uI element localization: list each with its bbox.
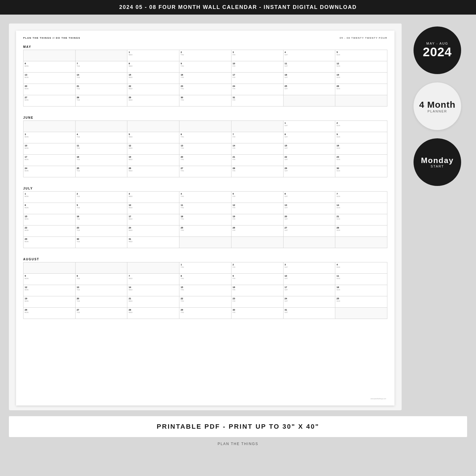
paper-header-left: Plan The Things // Do The Things [23, 37, 80, 39]
cal-cell: 9TUE [76, 203, 128, 214]
cal-cell: 20TUE [76, 296, 128, 308]
cell-day: SAT [285, 170, 334, 172]
cal-cell: 7WED [127, 274, 179, 285]
cal-cell: 10SAT [284, 274, 336, 285]
cal-cell: 6TUE [76, 274, 128, 285]
cal-cell: 2SUN [335, 121, 387, 132]
cal-cell: 30SUN [335, 166, 387, 177]
cell-number: 23 [336, 156, 386, 158]
cell-day: THU [181, 207, 230, 209]
cal-cell-empty [231, 237, 284, 248]
cell-day: MON [25, 278, 74, 279]
cell-day: SAT [285, 76, 334, 78]
cell-number: 7 [336, 192, 386, 195]
cal-cell: 12FRI [231, 203, 284, 214]
cell-day: THU [181, 266, 230, 268]
cal-grid-august: 1THU2FRI3SAT4SUN5MON6TUE7WED8THU9FRI10SA… [23, 262, 387, 319]
cell-number: 5 [336, 51, 386, 54]
cell-day: FRI [233, 159, 282, 160]
cell-day: THU [181, 136, 230, 138]
cell-day: THU [181, 300, 230, 302]
cell-number: 26 [336, 85, 386, 87]
cell-day: SAT [285, 147, 334, 149]
cell-number: 3 [25, 133, 74, 136]
cell-day: SAT [285, 195, 334, 197]
cell-number: 24 [129, 226, 178, 229]
cal-cell: 29MON [24, 237, 76, 248]
cell-number: 8 [129, 62, 178, 65]
cal-cell: 19FRI [231, 214, 284, 226]
cell-number: 13 [25, 73, 74, 76]
cell-number: 20 [181, 156, 230, 158]
cal-cell-empty [335, 95, 387, 107]
cal-cell: 22WED [127, 84, 179, 95]
cell-day: WED [129, 88, 178, 90]
start-day-badge: Monday Start [414, 138, 461, 186]
cell-number: 1 [129, 51, 178, 54]
cell-number: 2 [336, 122, 386, 124]
start-day-label: Monday [421, 156, 454, 165]
cell-number: 12 [233, 204, 282, 206]
paper-header-right: 05 - 08 Twenty Twenty Four [340, 37, 387, 39]
cell-day: FRI [233, 311, 282, 313]
cell-number: 30 [233, 309, 282, 311]
cal-cell: 19MON [24, 296, 76, 308]
cell-day: SUN [336, 278, 386, 279]
cal-cell: 3WED [127, 192, 179, 203]
cell-day: TUE [77, 136, 126, 138]
cell-day: SUN [336, 207, 386, 209]
cell-number: 21 [77, 85, 126, 87]
cell-number: 25 [285, 85, 334, 87]
cell-day: TUE [77, 229, 126, 231]
cell-number: 22 [181, 297, 230, 300]
planner-label: Planner [428, 109, 447, 113]
cell-day: SUN [336, 229, 386, 231]
cell-number: 9 [77, 204, 126, 206]
cell-number: 26 [25, 309, 74, 311]
calendar-preview: Plan The Things // Do The Things 05 - 08… [9, 24, 402, 410]
cell-number: 4 [77, 133, 126, 136]
cell-day: WED [129, 170, 178, 172]
top-bar-title: 2024 05 - 08 Four Month Wall Calendar - … [0, 0, 476, 15]
cell-number: 22 [25, 226, 74, 229]
cell-day: SAT [285, 266, 334, 268]
cell-number: 29 [181, 309, 230, 311]
cal-cell: 9SUN [335, 132, 387, 143]
cell-number: 5 [233, 192, 282, 195]
month-section-may: May1WED2THU3FRI4SAT5SUN6MON7TUE8WED9THU1… [23, 45, 387, 107]
cal-cell: 27TUE [76, 308, 128, 319]
cell-number: 4 [181, 192, 230, 195]
cal-cell: 2FRI [231, 262, 284, 274]
cell-day: MON [25, 88, 74, 90]
cell-day: THU [181, 147, 230, 149]
cell-day: FRI [233, 99, 282, 101]
cal-cell-empty [24, 50, 76, 61]
cal-cell: 18THU [179, 214, 231, 226]
cell-day: WED [129, 311, 178, 313]
cal-cell: 16TUE [76, 214, 128, 226]
cal-cell: 26SUN [335, 84, 387, 95]
cell-day: FRI [233, 218, 282, 220]
cal-cell-empty [335, 308, 387, 319]
cal-cell-empty [179, 237, 231, 248]
cell-number: 2 [233, 263, 282, 266]
cal-cell: 12SUN [335, 61, 387, 73]
cell-number: 5 [129, 133, 178, 136]
calendar-paper: Plan The Things // Do The Things 05 - 08… [16, 31, 394, 405]
cell-day: SUN [336, 159, 386, 160]
cell-number: 4 [336, 263, 386, 266]
cell-number: 26 [233, 226, 282, 229]
cell-day: SAT [285, 65, 334, 67]
cal-cell-empty [24, 262, 76, 274]
cal-cell: 15MON [24, 214, 76, 226]
cal-grid-may: 1WED2THU3FRI4SAT5SUN6MON7TUE8WED9THU10FR… [23, 50, 387, 107]
cell-day: TUE [77, 147, 126, 149]
cell-day: FRI [233, 207, 282, 209]
cal-cell: 6MON [24, 61, 76, 73]
cal-cell: 22MON [24, 226, 76, 237]
cal-cell: 7TUE [76, 61, 128, 73]
cell-day: SUN [336, 54, 386, 56]
cell-number: 24 [233, 85, 282, 87]
cell-day: SUN [336, 170, 386, 172]
cal-cell-empty [24, 121, 76, 132]
